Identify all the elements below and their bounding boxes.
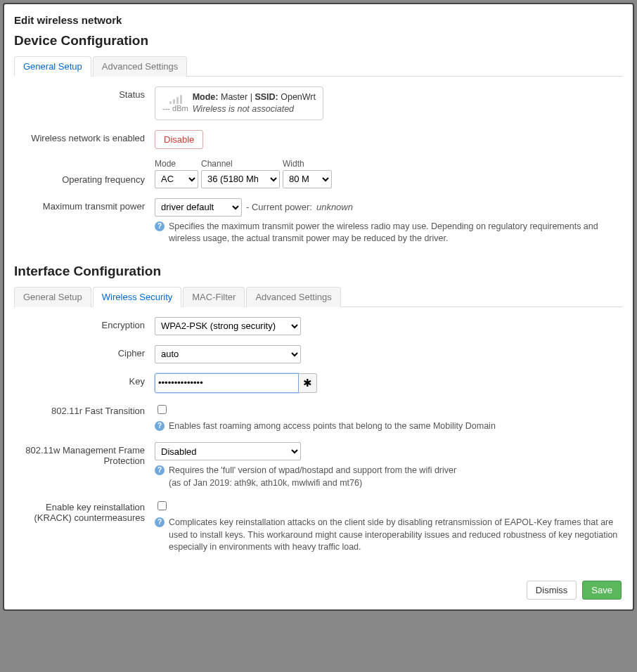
iface-config-heading: Interface Configuration: [14, 264, 623, 279]
freq-channel-select[interactable]: 36 (5180 Mhz): [201, 170, 280, 188]
freq-mode-label: Mode: [155, 159, 198, 169]
edit-wireless-modal: Edit wireless network Device Configurati…: [3, 3, 634, 611]
asterisk-icon: ✱: [303, 377, 312, 389]
status-ssid-label: SSID:: [255, 92, 278, 102]
operating-frequency-label: Operating frequency: [14, 159, 155, 185]
device-config-heading: Device Configuration: [14, 33, 623, 49]
tab-device-general[interactable]: General Setup: [14, 56, 91, 77]
iface-tabs: General Setup Wireless Security MAC-Filt…: [14, 286, 623, 307]
mfp-label: 802.11w Management Frame Protection: [14, 442, 155, 466]
krack-checkbox[interactable]: [157, 501, 167, 510]
mfp-help-line1: Requires the 'full' version of wpad/host…: [169, 465, 456, 475]
status-mode-label: Mode:: [193, 92, 219, 102]
modal-title: Edit wireless network: [14, 14, 623, 26]
status-mode-value: Master: [221, 92, 247, 102]
key-input[interactable]: [155, 373, 299, 393]
krack-help: Complicates key reinstallation attacks o…: [169, 517, 623, 554]
current-power-value: unknown: [316, 202, 353, 212]
freq-width-label: Width: [283, 159, 332, 169]
status-not-associated: Wireless is not associated: [193, 103, 316, 115]
save-button[interactable]: Save: [582, 581, 622, 600]
encryption-select[interactable]: WPA2-PSK (strong security): [155, 317, 301, 335]
help-icon: ?: [155, 221, 165, 231]
tab-iface-general[interactable]: General Setup: [14, 287, 91, 307]
freq-width-select[interactable]: 80 MHz: [283, 170, 332, 188]
freq-channel-label: Channel: [201, 159, 280, 169]
ft-checkbox[interactable]: [157, 405, 167, 414]
krack-label: Enable key reinstallation (KRACK) counte…: [14, 499, 155, 523]
status-box: --- dBm Mode: Master | SSID: OpenWrt Wir…: [155, 86, 323, 120]
help-icon: ?: [155, 517, 165, 527]
signal-icon: [169, 94, 182, 104]
cipher-label: Cipher: [14, 345, 155, 358]
max-power-help: Specifies the maximum transmit power the…: [169, 221, 623, 245]
status-dbm: --- dBm: [162, 104, 188, 112]
disable-button[interactable]: Disable: [155, 130, 203, 149]
max-power-select[interactable]: driver default: [155, 198, 242, 217]
help-icon: ?: [155, 465, 165, 475]
cipher-select[interactable]: auto: [155, 345, 301, 363]
tab-iface-security[interactable]: Wireless Security: [93, 287, 181, 307]
tab-device-advanced[interactable]: Advanced Settings: [93, 56, 187, 77]
tab-iface-advanced[interactable]: Advanced Settings: [246, 287, 340, 307]
key-reveal-button[interactable]: ✱: [299, 373, 317, 393]
device-tabs: General Setup Advanced Settings: [14, 56, 623, 77]
status-label: Status: [14, 86, 155, 100]
current-power-prefix: - Current power:: [246, 202, 312, 212]
status-ssid-value: OpenWrt: [281, 92, 316, 102]
wireless-enabled-label: Wireless network is enabled: [14, 130, 155, 143]
freq-mode-select[interactable]: AC: [155, 170, 198, 188]
help-icon: ?: [155, 421, 165, 431]
tab-iface-mac[interactable]: MAC-Filter: [183, 287, 245, 307]
ft-help: Enables fast roaming among access points…: [169, 420, 496, 433]
ft-label: 802.11r Fast Transition: [14, 403, 155, 416]
mfp-select[interactable]: Disabled: [155, 442, 301, 460]
modal-footer: Dismiss Save: [14, 575, 623, 602]
mfp-help-line2: (as of Jan 2019: ath9k, ath10k, mwlwifi …: [169, 478, 362, 488]
key-label: Key: [14, 373, 155, 387]
max-power-label: Maximum transmit power: [14, 198, 155, 212]
encryption-label: Encryption: [14, 317, 155, 330]
dismiss-button[interactable]: Dismiss: [527, 581, 577, 600]
